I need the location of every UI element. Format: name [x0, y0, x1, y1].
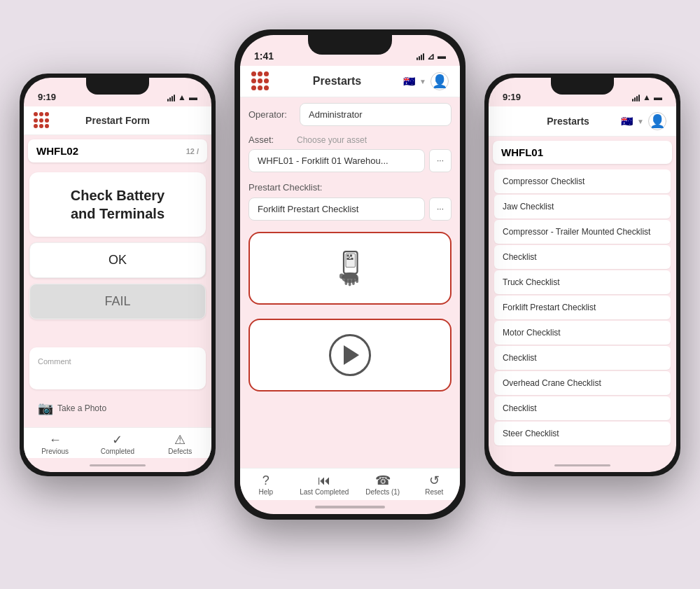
left-home-bar	[90, 464, 146, 466]
left-home	[24, 458, 211, 472]
svg-rect-6	[351, 258, 354, 260]
checklist-value: Forklift Prestart Checklist	[258, 204, 358, 214]
right-app-header: Prestarts 🇦🇺 ▼ 👤	[489, 106, 676, 137]
center-logo	[251, 71, 271, 91]
completed-icon: ✓	[112, 434, 122, 446]
nav-reset-label: Reset	[425, 488, 443, 496]
operator-label: Operator:	[248, 109, 294, 120]
nav-defects-left-label: Defects	[168, 448, 192, 455]
right-status-icons: ▲ ▬	[632, 88, 662, 102]
center-screen: 1:41 ⊿ ▬	[240, 35, 460, 514]
nav-help[interactable]: ? Help	[248, 474, 284, 496]
asset-more-button[interactable]: ···	[429, 149, 451, 172]
list-item[interactable]: Checklist	[494, 245, 671, 269]
right-asset-id: WHFL01	[501, 146, 543, 158]
center-header-title: Prestarts	[313, 75, 361, 88]
photo-button[interactable]: 📷 Take a Photo	[29, 395, 206, 422]
nav-defects-center[interactable]: ☎ Defects (1)	[365, 474, 400, 496]
center-form-content: Operator: Administrator Asset: Choose yo…	[240, 97, 460, 468]
right-notch	[551, 78, 614, 95]
right-header-icons: 🇦🇺 ▼ 👤	[621, 112, 666, 130]
list-item[interactable]: Forklift Prestart Checklist	[494, 296, 671, 319]
nav-help-label: Help	[258, 488, 273, 496]
svg-rect-3	[350, 255, 352, 257]
defects-icon-center: ☎	[375, 474, 391, 487]
nav-last-completed[interactable]: ⏮ Last Completed	[300, 474, 349, 496]
svg-rect-11	[349, 279, 351, 286]
list-item[interactable]: Checklist	[494, 346, 671, 370]
ok-button[interactable]: OK	[29, 242, 206, 278]
play-button[interactable]	[248, 319, 451, 391]
qr-scan-button[interactable]	[248, 232, 451, 305]
svg-rect-14	[340, 274, 344, 279]
left-check-container: Check Batteryand Terminals OK FAIL Comme…	[24, 167, 211, 427]
asset-input[interactable]: WHFL01 - Forklift 01 Warehou...	[248, 149, 425, 172]
nav-defects-left[interactable]: ⚠ Defects	[162, 434, 197, 455]
play-circle-icon	[329, 334, 371, 376]
right-wifi: ▲	[643, 92, 651, 102]
nav-last-completed-label: Last Completed	[300, 488, 349, 496]
nav-completed-label: Completed	[101, 448, 134, 455]
checklist-more-button[interactable]: ···	[429, 198, 451, 221]
comment-box[interactable]: Comment	[29, 347, 206, 389]
svg-rect-5	[349, 257, 351, 258]
flag-icon: 🇦🇺	[403, 76, 415, 87]
left-time: 9:19	[38, 88, 56, 102]
left-status-icons: ▲ ▬	[167, 88, 197, 102]
list-item[interactable]: Steer Checklist	[494, 422, 671, 445]
left-header-title: Prestart Form	[85, 115, 150, 126]
operator-row: Operator: Administrator	[248, 103, 451, 126]
list-item[interactable]: Compressor - Trailer Mounted Checklist	[494, 220, 671, 244]
photo-label: Take a Photo	[57, 403, 106, 413]
nav-completed[interactable]: ✓ Completed	[100, 434, 135, 455]
checklist-section: Prestart Checklist: Forklift Prestart Ch…	[248, 181, 451, 221]
phone-center: 1:41 ⊿ ▬	[234, 29, 465, 520]
center-battery: ▬	[438, 51, 446, 61]
left-asset-count: 12 /	[186, 147, 199, 155]
right-header-title: Prestarts	[547, 116, 589, 127]
right-signal	[632, 93, 640, 102]
user-icon[interactable]: 👤	[430, 72, 449, 90]
svg-rect-10	[345, 279, 348, 285]
left-logo	[34, 112, 50, 129]
right-user-icon[interactable]: 👤	[648, 112, 666, 130]
list-item[interactable]: Overhead Crane Checklist	[494, 371, 671, 395]
fail-button[interactable]: FAIL	[29, 284, 206, 319]
svg-rect-9	[343, 275, 358, 279]
right-flag-icon: 🇦🇺	[621, 116, 633, 127]
svg-rect-12	[352, 279, 355, 285]
skip-back-icon: ⏮	[318, 474, 330, 487]
check-battery-text: Check Batteryand Terminals	[71, 188, 165, 221]
nav-reset[interactable]: ↺ Reset	[416, 474, 451, 496]
defects-icon-left: ⚠	[174, 434, 186, 446]
list-item[interactable]: Checklist	[494, 396, 671, 420]
nav-previous[interactable]: ← Previous	[38, 434, 73, 455]
operator-input[interactable]: Administrator	[300, 103, 451, 126]
nav-previous-label: Previous	[41, 448, 69, 455]
right-asset-bar: WHFL01	[493, 141, 672, 164]
phone-right: 9:19 ▲ ▬ Prestarts 🇦🇺 ▼ 👤	[484, 74, 680, 476]
center-notch	[308, 35, 392, 55]
checklist-label: Prestart Checklist:	[248, 182, 322, 193]
center-app-header: Prestarts 🇦🇺 ▼ 👤	[240, 66, 460, 97]
left-notch	[86, 78, 149, 95]
center-status-icons: ⊿ ▬	[416, 46, 446, 62]
center-header-icons: 🇦🇺 ▼ 👤	[403, 72, 449, 90]
phone-left: 9:19 ▲ ▬ Prestart Form	[20, 74, 216, 476]
center-home	[240, 500, 460, 514]
svg-rect-13	[356, 278, 358, 284]
list-item[interactable]: Compressor Checklist	[494, 169, 671, 193]
nav-defects-center-label: Defects (1)	[365, 488, 400, 496]
checklist-input[interactable]: Forklift Prestart Checklist	[248, 198, 425, 221]
right-home	[489, 458, 676, 472]
asset-label: Asset:	[248, 134, 294, 145]
center-signal	[416, 52, 424, 60]
svg-rect-7	[348, 259, 351, 261]
list-item[interactable]: Motor Checklist	[494, 321, 671, 345]
list-item[interactable]: Jaw Checklist	[494, 195, 671, 219]
check-battery-title: Check Batteryand Terminals	[29, 172, 206, 237]
list-item[interactable]: Truck Checklist	[494, 270, 671, 294]
comment-label: Comment	[38, 357, 71, 366]
left-asset-id: WHFL02	[36, 145, 78, 157]
left-wifi: ▲	[178, 92, 186, 102]
